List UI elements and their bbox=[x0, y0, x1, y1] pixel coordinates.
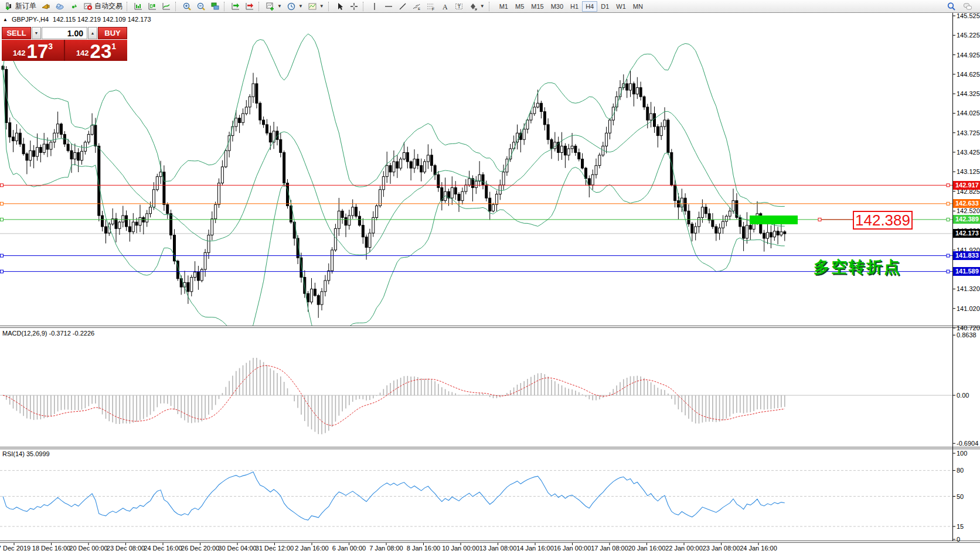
chart-shift-button[interactable] bbox=[243, 1, 257, 12]
price-tick-label: 143.425 bbox=[957, 149, 980, 156]
toolbar-items: 新订单自动交易▼▼▼EFAT▼ bbox=[2, 1, 494, 12]
signal-icon bbox=[69, 2, 79, 11]
collapse-triangle-icon[interactable]: ▲ bbox=[3, 17, 8, 22]
template-button[interactable]: ▼ bbox=[305, 1, 326, 12]
time-tick-label: 6 Jan 00:00 bbox=[332, 545, 366, 552]
timeframe-m15-button[interactable]: M15 bbox=[528, 1, 547, 12]
note-annotation-text[interactable]: 多空转折点 bbox=[814, 257, 901, 278]
search-button[interactable] bbox=[944, 1, 958, 12]
rsi-tick-label: 0 bbox=[957, 536, 960, 543]
vline-button[interactable] bbox=[368, 1, 382, 12]
toolbar-right-icons bbox=[944, 1, 978, 12]
newchart-icon bbox=[266, 2, 275, 11]
buy-button[interactable]: BUY bbox=[98, 27, 127, 39]
tile-windows-button[interactable] bbox=[208, 1, 222, 12]
timeframe-h4-button[interactable]: H4 bbox=[582, 1, 597, 12]
timeframe-d1-button[interactable]: D1 bbox=[597, 1, 612, 12]
price-annotation-label[interactable]: 142.389 bbox=[853, 211, 913, 230]
sell-price-sup: 3 bbox=[48, 42, 53, 51]
horn-icon bbox=[41, 2, 50, 11]
buy-price-button[interactable]: 142 23 1 bbox=[65, 40, 127, 61]
time-tick-label: 14 Jan 16:00 bbox=[516, 545, 554, 552]
macd-tick-label: 0.8638 bbox=[957, 331, 976, 338]
hline-button[interactable] bbox=[382, 1, 396, 12]
search-icon bbox=[947, 2, 956, 11]
community-button[interactable] bbox=[53, 1, 67, 12]
channel-button[interactable]: E bbox=[410, 1, 424, 12]
price-tag: 141.589 bbox=[953, 267, 980, 276]
svg-text:E: E bbox=[418, 7, 420, 11]
price-tick-label: 141.020 bbox=[957, 305, 980, 312]
buy-price-prefix: 142 bbox=[76, 49, 89, 57]
price-axis[interactable]: 145.525145.225144.925144.625144.325144.0… bbox=[953, 13, 980, 542]
period-button[interactable]: ▼ bbox=[284, 1, 305, 12]
dropdown-arrow-icon[interactable]: ▼ bbox=[480, 4, 485, 9]
sell-price-button[interactable]: 142 17 3 bbox=[2, 40, 65, 61]
zoom-out-button[interactable] bbox=[194, 1, 208, 12]
sell-button[interactable]: SELL bbox=[2, 27, 31, 39]
toolbar-separator bbox=[258, 2, 261, 11]
clock-icon bbox=[287, 2, 296, 11]
time-tick-label: 18 Dec 16:00 bbox=[32, 545, 70, 552]
buy-price-big: 23 bbox=[90, 43, 112, 60]
price-tag: 142.173 bbox=[953, 229, 980, 238]
autotrading-button[interactable]: 自动交易 bbox=[81, 1, 125, 12]
trendline-button[interactable] bbox=[396, 1, 410, 12]
crosshair-button[interactable] bbox=[347, 1, 361, 12]
signals-button[interactable] bbox=[67, 1, 81, 12]
autotrade-icon bbox=[83, 2, 93, 11]
toolbar-separator bbox=[489, 2, 491, 11]
auto-scroll-button[interactable] bbox=[229, 1, 243, 12]
time-tick-label: 7 Dec 2019 bbox=[0, 545, 30, 552]
toolbar: 新订单自动交易▼▼▼EFAT▼ M1M5M15M30H1H4D1W1MN bbox=[0, 0, 980, 13]
timeframe-w1-button[interactable]: W1 bbox=[612, 1, 629, 12]
vline-icon bbox=[370, 2, 379, 11]
line-chart-button[interactable] bbox=[159, 1, 173, 12]
shapes-button[interactable]: ▼ bbox=[466, 1, 487, 12]
candlestick-chart-button[interactable] bbox=[145, 1, 159, 12]
dropdown-arrow-icon[interactable]: ▼ bbox=[298, 4, 303, 9]
sell-price-big: 17 bbox=[27, 43, 49, 60]
hline-icon bbox=[384, 2, 393, 11]
zoomin-icon bbox=[182, 2, 192, 11]
template-icon bbox=[308, 2, 317, 11]
buy-price-sup: 1 bbox=[111, 42, 116, 51]
price-tick-label: 141.320 bbox=[957, 285, 980, 292]
price-tag: 141.833 bbox=[953, 251, 980, 260]
new-order-icon bbox=[4, 2, 13, 11]
crosshair-icon bbox=[349, 2, 359, 11]
chat-button[interactable] bbox=[961, 1, 975, 12]
dropdown-arrow-icon[interactable]: ▼ bbox=[319, 4, 324, 9]
shift-icon bbox=[245, 2, 254, 11]
time-tick-label: 23 Dec 08:00 bbox=[107, 545, 145, 552]
textA-icon: A bbox=[440, 2, 450, 11]
price-tag: 142.917 bbox=[953, 181, 980, 190]
volume-decrease-button[interactable]: ▼ bbox=[32, 27, 41, 39]
alerts-button[interactable] bbox=[39, 1, 53, 12]
timeframe-m1-button[interactable]: M1 bbox=[496, 1, 512, 12]
timeframe-m5-button[interactable]: M5 bbox=[512, 1, 528, 12]
cursor-button[interactable] bbox=[333, 1, 347, 12]
dropdown-arrow-icon[interactable]: ▼ bbox=[277, 4, 282, 9]
volume-increase-button[interactable]: ▲ bbox=[88, 27, 97, 39]
fibonacci-button[interactable]: F bbox=[424, 1, 438, 12]
price-tick-label: 143.725 bbox=[957, 129, 980, 136]
zoomout-icon bbox=[196, 2, 206, 11]
new-order-button-label: 新订单 bbox=[15, 1, 36, 11]
price-tag: 142.633 bbox=[953, 199, 980, 208]
time-tick-label: 17 Jan 08:00 bbox=[591, 545, 628, 552]
new-chart-button[interactable]: ▼ bbox=[263, 1, 284, 12]
timeframe-mn-button[interactable]: MN bbox=[629, 1, 646, 12]
bars-icon bbox=[134, 2, 143, 11]
timeframe-m30-button[interactable]: M30 bbox=[547, 1, 567, 12]
timeframe-h1-button[interactable]: H1 bbox=[567, 1, 582, 12]
new-order-button[interactable]: 新订单 bbox=[2, 1, 39, 12]
zoom-in-button[interactable] bbox=[180, 1, 194, 12]
macd-tick-label: 0.00 bbox=[957, 392, 969, 399]
rsi-label: RSI(14) 35.0999 bbox=[2, 450, 50, 457]
bar-chart-button[interactable] bbox=[131, 1, 145, 12]
time-axis[interactable]: 7 Dec 201918 Dec 16:0020 Dec 00:0023 Dec… bbox=[0, 543, 980, 554]
text-button[interactable]: A bbox=[438, 1, 452, 12]
label-button[interactable]: T bbox=[452, 1, 466, 12]
volume-input[interactable] bbox=[42, 27, 87, 39]
